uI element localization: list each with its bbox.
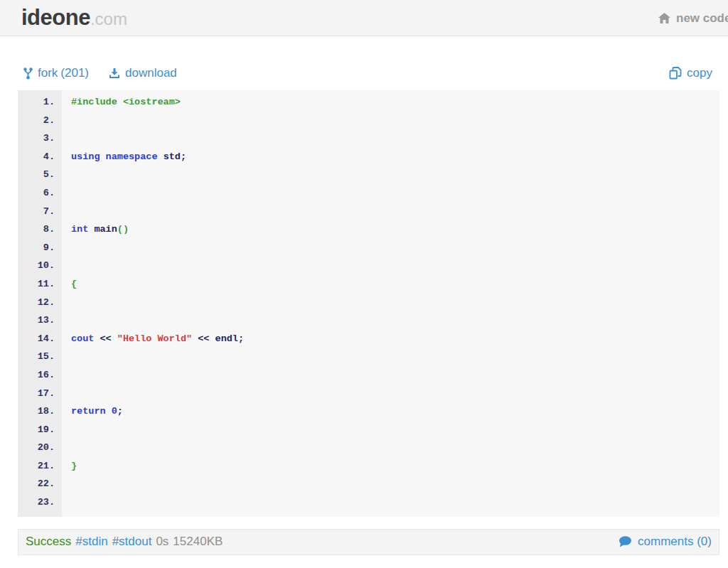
logo-suffix: .com — [90, 9, 127, 29]
code-viewer: 1.2.3.4.5.6.7.8.9.10.11.12.13.14.15.16.1… — [18, 90, 719, 517]
code-line — [71, 129, 712, 148]
code-line — [71, 493, 712, 512]
fork-icon — [23, 68, 33, 80]
comment-bubble-icon — [619, 536, 632, 547]
code-line — [71, 475, 712, 493]
fork-button[interactable]: fork (201) — [23, 66, 89, 80]
code-line — [71, 366, 712, 385]
code-line — [71, 203, 712, 221]
code-line: cout << "Hello World" << endl; — [71, 330, 712, 348]
ideone-logo[interactable]: ideone .com — [21, 5, 127, 31]
code-line — [71, 348, 712, 366]
download-icon — [109, 68, 120, 79]
line-number: 13. — [18, 311, 55, 330]
line-number: 9. — [18, 239, 55, 257]
code-line — [71, 239, 712, 257]
download-button[interactable]: download — [109, 66, 177, 80]
line-number: 14. — [18, 330, 55, 348]
copy-icon — [669, 67, 682, 80]
fork-label: fork — [38, 66, 58, 80]
stdin-anchor-link[interactable]: #stdin — [75, 535, 107, 549]
code-line: int main() — [71, 220, 712, 239]
app-header: ideone .com new code — [0, 0, 728, 36]
copy-label: copy — [687, 66, 712, 80]
snippet-toolbar: fork (201) download copy — [18, 63, 719, 83]
code-line: return 0; — [71, 402, 712, 421]
line-number: 8. — [18, 220, 55, 239]
line-number: 15. — [18, 348, 55, 366]
fork-count: (201) — [60, 66, 89, 80]
code-lines: #include <iostream> using namespace std;… — [62, 90, 719, 517]
code-line — [71, 112, 712, 130]
line-number: 19. — [18, 421, 55, 439]
line-number: 12. — [18, 294, 55, 312]
code-line — [71, 311, 712, 330]
line-number: 21. — [18, 457, 55, 476]
stdout-anchor-link[interactable]: #stdout — [112, 535, 152, 549]
home-icon — [658, 13, 670, 23]
copy-button[interactable]: copy — [669, 66, 712, 80]
code-line — [71, 385, 712, 403]
line-number: 22. — [18, 475, 55, 493]
line-number: 7. — [18, 203, 55, 221]
comments-label: comments (0) — [638, 535, 712, 549]
line-number-gutter: 1.2.3.4.5.6.7.8.9.10.11.12.13.14.15.16.1… — [18, 90, 62, 517]
line-number: 2. — [18, 112, 55, 130]
line-number: 23. — [18, 493, 55, 512]
line-number: 16. — [18, 366, 55, 385]
code-line: { — [71, 275, 712, 294]
run-time: 0s — [156, 535, 168, 549]
code-line: using namespace std; — [71, 148, 712, 166]
code-line — [71, 294, 712, 312]
line-number: 17. — [18, 385, 55, 403]
line-number: 10. — [18, 257, 55, 275]
code-line: #include <iostream> — [71, 93, 712, 112]
line-number: 1. — [18, 93, 55, 112]
line-number: 18. — [18, 402, 55, 421]
line-number: 6. — [18, 184, 55, 203]
run-memory: 15240KB — [173, 535, 223, 549]
download-label: download — [125, 66, 177, 80]
line-number: 20. — [18, 439, 55, 457]
line-number: 4. — [18, 148, 55, 166]
status-result: Success — [26, 535, 71, 549]
code-line — [71, 184, 712, 203]
new-code-label: new code — [676, 11, 728, 26]
code-line — [71, 439, 712, 457]
header-nav-new-code[interactable]: new code — [658, 0, 728, 36]
comments-button[interactable]: comments (0) — [619, 535, 712, 549]
code-line — [71, 421, 712, 439]
line-number: 3. — [18, 129, 55, 148]
line-number: 5. — [18, 166, 55, 184]
logo-brand: ideone — [21, 5, 90, 31]
line-number: 11. — [18, 275, 55, 294]
code-line: } — [71, 457, 712, 476]
code-line — [71, 166, 712, 184]
main-content: fork (201) download copy 1.2.3.4.5. — [18, 63, 719, 568]
run-status-bar: Success #stdin #stdout 0s 15240KB commen… — [18, 529, 719, 555]
code-line — [71, 257, 712, 275]
